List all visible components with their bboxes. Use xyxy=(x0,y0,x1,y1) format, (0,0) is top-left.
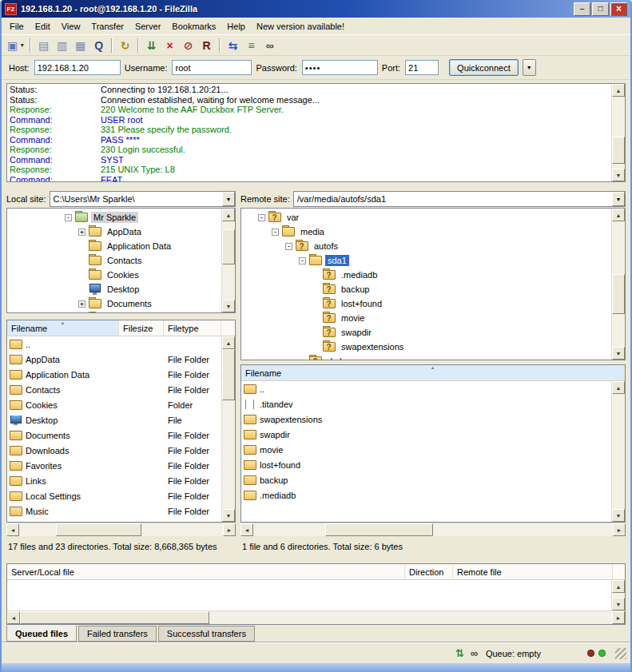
menu-server[interactable]: Server xyxy=(129,20,166,33)
tree-item-var[interactable]: -?var xyxy=(241,210,611,225)
tree-expander[interactable]: - xyxy=(299,257,306,264)
tab-queued-files[interactable]: Queued files xyxy=(6,625,77,642)
toggle-remote-tree-button[interactable]: ▦ xyxy=(71,37,89,54)
file-row-local-settings[interactable]: Local SettingsFile Folder xyxy=(7,488,221,503)
tree-item-autofs[interactable]: -?autofs xyxy=(241,239,611,253)
scroll-left-button[interactable] xyxy=(240,523,253,536)
scroll-up-button[interactable] xyxy=(222,209,235,221)
maximize-button[interactable]: □ xyxy=(592,2,609,16)
tree-item-downloads[interactable]: +Downloads xyxy=(7,311,221,312)
directory-comparison-button[interactable]: ⇆ xyxy=(224,37,242,54)
tab-failed-transfers[interactable]: Failed transfers xyxy=(78,626,157,642)
file-row-swapdir[interactable]: swapdir xyxy=(241,427,611,442)
main-queue-splitter[interactable] xyxy=(2,557,630,563)
reconnect-button[interactable]: R xyxy=(197,37,216,54)
password-input[interactable] xyxy=(302,60,378,75)
toggle-local-tree-button[interactable]: ▥ xyxy=(53,37,71,54)
column-header-server-local-file[interactable]: Server/Local file xyxy=(7,564,405,579)
log-main-splitter[interactable] xyxy=(2,184,630,190)
tree-expander[interactable]: - xyxy=(272,229,279,236)
file-row-swapextensions[interactable]: swapextensions xyxy=(241,412,611,427)
tree-expander[interactable]: + xyxy=(78,229,85,236)
scroll-up-button[interactable] xyxy=(222,336,235,349)
file-row-music[interactable]: MusicFile Folder xyxy=(7,503,221,519)
synchronized-browsing-button[interactable]: ≡ xyxy=(242,37,260,54)
scroll-track[interactable] xyxy=(20,611,612,624)
file-row-contacts[interactable]: ContactsFile Folder xyxy=(7,382,221,397)
file-row-titandev[interactable]: .titandev xyxy=(241,396,611,412)
menu-file[interactable]: File xyxy=(4,20,30,33)
local-site-dropdown-button[interactable]: ▼ xyxy=(222,192,235,206)
toggle-transfer-queue-button[interactable]: Q xyxy=(89,37,108,54)
scroll-track[interactable] xyxy=(612,97,625,169)
site-manager-button[interactable]: ▣▼ xyxy=(6,37,26,54)
column-header-filename[interactable]: Filename xyxy=(7,320,119,336)
file-row-downloads[interactable]: DownloadsFile Folder xyxy=(7,443,221,458)
file-row-appdata[interactable]: AppDataFile Folder xyxy=(7,352,221,367)
tree-item-media[interactable]: -media xyxy=(241,225,611,239)
scroll-track[interactable] xyxy=(222,221,235,300)
scroll-track[interactable] xyxy=(253,523,613,536)
scroll-right-button[interactable] xyxy=(613,523,626,536)
file-row-desktop[interactable]: DesktopFile xyxy=(7,412,221,427)
menu-transfer[interactable]: Transfer xyxy=(85,20,129,33)
speed-limits-icon[interactable]: ⇅ xyxy=(455,647,464,659)
username-input[interactable] xyxy=(172,60,252,75)
column-header-direction[interactable]: Direction xyxy=(405,564,453,579)
chevron-down-icon[interactable]: ▼ xyxy=(19,42,25,48)
scroll-thumb[interactable] xyxy=(325,523,433,536)
disconnect-button[interactable]: ⊘ xyxy=(179,37,197,54)
queue-hscrollbar[interactable] xyxy=(7,610,625,624)
scroll-up-button[interactable] xyxy=(612,580,625,593)
tree-item-mediadb[interactable]: ?.mediadb xyxy=(241,268,611,282)
file-row-documents[interactable]: DocumentsFile Folder xyxy=(7,427,221,443)
local-tree-list-splitter[interactable] xyxy=(6,313,236,320)
scroll-track[interactable] xyxy=(612,593,625,598)
scroll-down-button[interactable] xyxy=(612,509,625,522)
file-row-movie[interactable]: movie xyxy=(241,442,611,457)
file-row-[interactable]: .. xyxy=(241,381,611,396)
cancel-button[interactable]: × xyxy=(161,37,179,54)
menu-edit[interactable]: Edit xyxy=(30,20,56,33)
scroll-track[interactable] xyxy=(612,394,625,509)
queue-vscrollbar[interactable] xyxy=(611,580,625,610)
column-header-filetype[interactable]: Filetype xyxy=(164,320,221,336)
tree-item-desktop[interactable]: Desktop xyxy=(7,282,221,296)
file-row-mediadb[interactable]: .mediadb xyxy=(241,487,611,503)
local-list-vscrollbar[interactable] xyxy=(221,336,235,522)
scroll-thumb[interactable] xyxy=(612,137,625,164)
resize-grip[interactable] xyxy=(615,648,626,659)
tree-item-dvd[interactable]: ?dvd xyxy=(241,354,611,360)
tree-expander[interactable]: - xyxy=(65,214,72,221)
remote-list-hscrollbar[interactable] xyxy=(240,523,626,536)
minimize-button[interactable]: – xyxy=(574,2,590,16)
tree-item-lost-found[interactable]: ?lost+found xyxy=(241,296,611,311)
tree-expander[interactable]: - xyxy=(258,214,265,221)
scroll-up-button[interactable] xyxy=(612,84,625,97)
quickconnect-dropdown-button[interactable]: ▼ xyxy=(523,59,536,76)
tree-item-backup[interactable]: ?backup xyxy=(241,282,611,296)
tree-item-cookies[interactable]: Cookies xyxy=(7,268,221,282)
local-list-hscrollbar[interactable] xyxy=(6,523,236,536)
scroll-thumb[interactable] xyxy=(56,523,141,536)
tree-item-application-data[interactable]: Application Data xyxy=(7,239,221,253)
column-header-filesize[interactable]: Filesize xyxy=(119,320,164,336)
process-queue-button[interactable]: ⇊ xyxy=(142,37,161,54)
scroll-track[interactable] xyxy=(19,523,223,536)
file-row-application-data[interactable]: Application DataFile Folder xyxy=(7,367,221,382)
log-vscrollbar[interactable] xyxy=(611,84,625,181)
scroll-down-button[interactable] xyxy=(612,169,625,181)
toggle-message-log-button[interactable]: ▤ xyxy=(34,37,53,54)
tree-item-mr-sparkle[interactable]: -Mr Sparkle xyxy=(7,210,221,225)
tab-successful-transfers[interactable]: Successful transfers xyxy=(158,626,255,642)
scroll-down-button[interactable] xyxy=(222,300,235,312)
file-row-links[interactable]: LinksFile Folder xyxy=(7,473,221,488)
column-header-remote-file[interactable]: Remote file xyxy=(453,564,613,579)
scroll-track[interactable] xyxy=(222,349,235,509)
scroll-down-button[interactable] xyxy=(612,347,625,360)
scroll-left-button[interactable] xyxy=(6,523,19,536)
scroll-left-button[interactable] xyxy=(7,611,20,624)
quickconnect-button[interactable]: Quickconnect xyxy=(449,59,519,76)
menu-bookmarks[interactable]: Bookmarks xyxy=(166,20,221,33)
scroll-down-button[interactable] xyxy=(222,509,235,522)
